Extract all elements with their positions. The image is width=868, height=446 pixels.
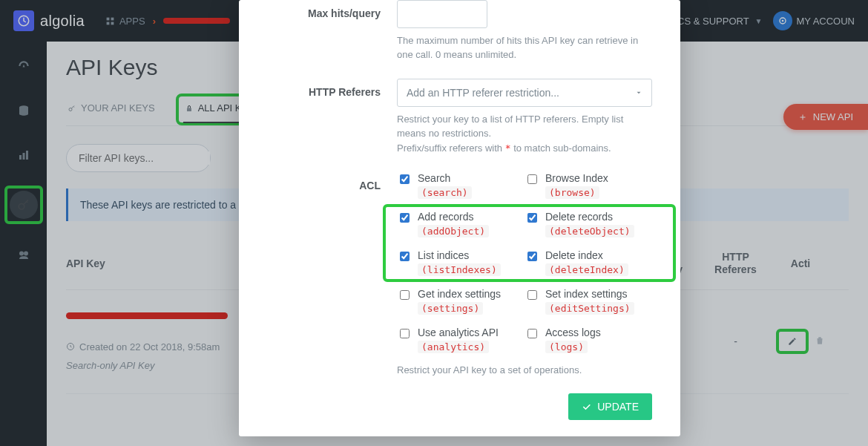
input-referers[interactable]: Add an HTTP referer restriction...	[397, 79, 652, 107]
acl-code: (logs)	[545, 341, 588, 353]
acl-item-deleteIndex[interactable]: Delete index (deleteIndex)	[525, 249, 652, 276]
acl-item-addObject[interactable]: Add records (addObject)	[397, 211, 525, 237]
acl-item-analytics[interactable]: Use analytics API (analytics)	[397, 327, 525, 353]
help-referers2: Prefix/suffix referers with * to match s…	[397, 142, 652, 156]
acl-code: (browse)	[545, 186, 599, 199]
acl-grid: Search (search) Browse Index (browse) Ad…	[397, 172, 652, 353]
label-acl: ACL	[267, 172, 397, 378]
acl-item-settings[interactable]: Get index settings (settings)	[397, 288, 525, 315]
acl-item-listIndexes[interactable]: List indices (listIndexes)	[397, 249, 525, 276]
acl-checkbox[interactable]	[400, 290, 410, 300]
acl-item-browse[interactable]: Browse Index (browse)	[525, 172, 652, 199]
acl-code: (deleteIndex)	[545, 263, 628, 276]
acl-code: (addObject)	[418, 225, 489, 237]
label-referers: HTTP Referers	[267, 79, 397, 157]
acl-item-editSettings[interactable]: Set index settings (editSettings)	[525, 288, 652, 315]
acl-code: (analytics)	[418, 341, 489, 353]
acl-label: Access logs	[545, 327, 601, 338]
acl-code: (editSettings)	[545, 302, 634, 315]
acl-code: (deleteObject)	[545, 225, 634, 237]
acl-checkbox[interactable]	[400, 174, 410, 184]
acl-label: Browse Index	[545, 172, 608, 184]
caret-down-icon	[635, 89, 642, 96]
acl-code: (listIndexes)	[418, 263, 501, 276]
label-max-hits: Max hits/query	[267, 0, 397, 62]
update-label: UPDATE	[597, 401, 639, 413]
acl-label: Delete records	[545, 211, 634, 223]
acl-label: Delete index	[545, 249, 628, 261]
referers-placeholder: Add an HTTP referer restriction...	[407, 87, 559, 99]
check-icon	[582, 402, 591, 412]
help-referers1: Restrict your key to a list of HTTP refe…	[397, 113, 652, 141]
acl-checkbox[interactable]	[527, 213, 537, 223]
acl-item-deleteObject[interactable]: Delete records (deleteObject)	[525, 211, 652, 237]
acl-label: Add records	[418, 211, 489, 223]
acl-checkbox[interactable]	[527, 290, 537, 300]
edit-api-key-modal: Max hits/query The maximum number of hit…	[239, 0, 680, 436]
acl-checkbox[interactable]	[527, 174, 537, 184]
help-max-hits: The maximum number of hits this API key …	[397, 34, 652, 62]
update-button[interactable]: UPDATE	[568, 393, 652, 420]
acl-label: Get index settings	[418, 288, 501, 300]
input-max-hits[interactable]	[397, 0, 487, 28]
acl-item-logs[interactable]: Access logs (logs)	[525, 327, 652, 353]
acl-checkbox[interactable]	[400, 213, 410, 223]
acl-checkbox[interactable]	[527, 329, 537, 338]
acl-checkbox[interactable]	[527, 252, 537, 261]
acl-label: List indices	[418, 249, 501, 261]
acl-label: Search	[418, 172, 472, 184]
acl-code: (settings)	[418, 302, 483, 315]
acl-code: (search)	[418, 186, 472, 199]
help-acl: Restrict your API key to a set of operat…	[397, 364, 652, 378]
acl-item-search[interactable]: Search (search)	[397, 172, 525, 199]
acl-label: Set index settings	[545, 288, 634, 300]
acl-checkbox[interactable]	[400, 329, 410, 338]
acl-label: Use analytics API	[418, 327, 499, 338]
acl-checkbox[interactable]	[400, 252, 410, 261]
